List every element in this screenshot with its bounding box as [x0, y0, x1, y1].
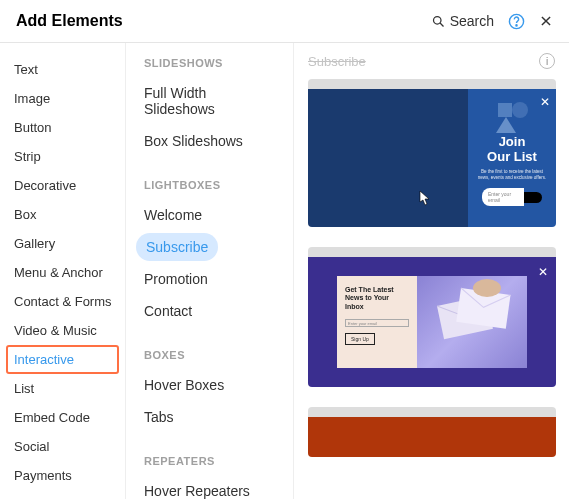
subcategory-item[interactable]: Subscribe — [136, 233, 218, 261]
svg-rect-6 — [498, 103, 512, 117]
category-item[interactable]: Gallery — [0, 229, 125, 258]
category-item[interactable]: Box — [0, 200, 125, 229]
category-list: TextImageButtonStripDecorativeBoxGallery… — [0, 43, 126, 499]
svg-marker-8 — [496, 117, 516, 133]
envelopes-icon — [417, 276, 527, 368]
preview-title: Get The Latest News to Your Inbox — [345, 286, 409, 311]
category-item[interactable]: Text — [0, 55, 125, 84]
close-icon — [539, 14, 553, 28]
subcategory-item[interactable]: Box Slideshows — [126, 127, 293, 155]
preview-image-envelopes — [417, 276, 527, 368]
close-button[interactable] — [539, 14, 553, 28]
category-item[interactable]: Social — [0, 432, 125, 461]
lightbox-preview-3[interactable] — [308, 407, 556, 457]
subcategory-item[interactable]: Welcome — [126, 201, 293, 229]
panel-header: Add Elements Search — [0, 0, 569, 43]
search-label: Search — [450, 13, 494, 29]
preview-signup-button: Sign Up — [345, 333, 375, 345]
category-item[interactable]: Interactive — [6, 345, 119, 374]
lightbox-preview-join-our-list[interactable]: ✕ JoinOur List Be the first to receive t… — [308, 79, 556, 227]
category-item[interactable]: Payments — [0, 461, 125, 490]
help-icon — [508, 13, 525, 30]
svg-point-3 — [516, 24, 517, 25]
preview-email-form: Enter your email — [482, 188, 542, 206]
preview-title-bar — [308, 79, 556, 89]
category-item[interactable]: Contact & Forms — [0, 287, 125, 316]
info-icon[interactable]: i — [539, 53, 555, 69]
subcategory-item[interactable]: Contact — [126, 297, 293, 325]
preview-title: JoinOur List — [487, 134, 537, 165]
section-title: REPEATERS — [126, 455, 293, 475]
subcategory-item[interactable]: Full Width Slideshows — [126, 79, 293, 123]
category-item[interactable]: Video & Music — [0, 316, 125, 345]
section-title: LIGHTBOXES — [126, 179, 293, 199]
panel-body: TextImageButtonStripDecorativeBoxGallery… — [0, 43, 569, 499]
preview-column[interactable]: Subscribe i ✕ JoinOur List Be the first … — [294, 43, 569, 499]
subcategory-item[interactable]: Hover Boxes — [126, 371, 293, 399]
preview-title-bar — [308, 407, 556, 417]
category-item[interactable]: Button — [0, 113, 125, 142]
preview-description: Be the first to receive the latest news,… — [476, 169, 548, 181]
category-item[interactable]: Strip — [0, 142, 125, 171]
subcategory-item[interactable]: Promotion — [126, 265, 293, 293]
search-button[interactable]: Search — [431, 13, 494, 29]
category-item[interactable]: Image — [0, 84, 125, 113]
panel-title: Add Elements — [16, 12, 123, 30]
svg-point-0 — [433, 16, 441, 24]
category-item[interactable]: Menu & Anchor — [0, 258, 125, 287]
svg-point-11 — [473, 279, 501, 297]
preview-email-input: Enter your email — [345, 319, 409, 327]
preview-submit-button — [524, 192, 542, 203]
preview-email-input: Enter your email — [482, 188, 524, 206]
section-title: BOXES — [126, 349, 293, 369]
category-item[interactable]: List — [0, 374, 125, 403]
subcategory-item[interactable]: Tabs — [126, 403, 293, 431]
preview-heading-truncated: Subscribe i — [308, 53, 555, 69]
header-actions: Search — [431, 13, 553, 30]
subcategory-item[interactable]: Hover Repeaters — [126, 477, 293, 499]
svg-line-1 — [440, 23, 443, 26]
preview-close-icon: ✕ — [540, 95, 550, 109]
search-icon — [431, 14, 446, 29]
geometric-shapes-icon — [492, 99, 532, 133]
preview-close-icon: ✕ — [538, 265, 548, 279]
preview-title-bar — [308, 247, 556, 257]
help-button[interactable] — [508, 13, 525, 30]
category-item[interactable]: Content Manager — [0, 490, 125, 499]
category-item[interactable]: Embed Code — [0, 403, 125, 432]
lightbox-preview-latest-news[interactable]: ✕ Get The Latest News to Your Inbox Ente… — [308, 247, 556, 387]
category-item[interactable]: Decorative — [0, 171, 125, 200]
subcategory-list: SLIDESHOWSFull Width SlideshowsBox Slide… — [126, 43, 294, 499]
section-title: SLIDESHOWS — [126, 57, 293, 77]
svg-point-7 — [512, 102, 528, 118]
